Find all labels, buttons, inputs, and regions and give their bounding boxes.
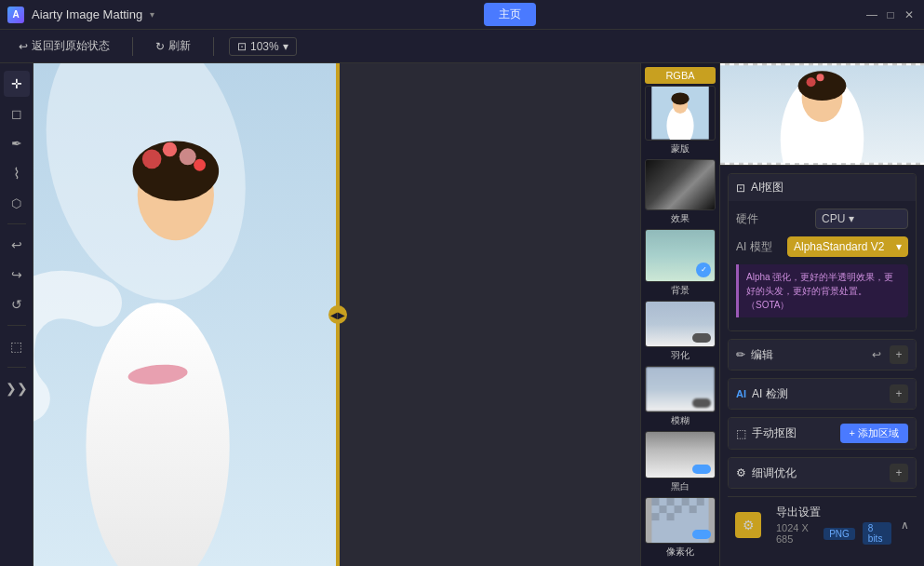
brush-tool[interactable]: ⌇ — [4, 160, 30, 186]
close-button[interactable]: ✕ — [902, 7, 917, 22]
svg-rect-15 — [651, 498, 659, 505]
model-select[interactable]: AlphaStandard V2 ▾ — [787, 236, 908, 257]
redo-tool-2[interactable]: ↺ — [4, 291, 30, 317]
svg-rect-23 — [667, 513, 675, 520]
feather-label: 羽化 — [645, 349, 716, 362]
thumb-pixelate[interactable] — [645, 497, 716, 544]
thumb-original[interactable] — [645, 86, 716, 141]
edit-title-group: ✏ 编辑 — [736, 347, 773, 363]
refine-plus[interactable]: + — [890, 464, 908, 482]
bw-toggle[interactable] — [692, 465, 711, 474]
effects-label: 效果 — [645, 212, 716, 225]
fill-tool[interactable]: ⬡ — [4, 190, 30, 216]
home-button[interactable]: 主页 — [484, 3, 536, 26]
ai-detect-plus[interactable]: + — [890, 384, 908, 403]
svg-point-13 — [671, 92, 689, 104]
feather-toggle[interactable] — [692, 333, 711, 343]
minimize-button[interactable]: — — [864, 7, 879, 22]
tool-sep-3 — [7, 367, 26, 368]
zoom-control[interactable]: ⊡ 103% ▾ — [229, 37, 297, 56]
edit-undo[interactable]: ↩ — [867, 345, 886, 364]
blur-label: 模糊 — [645, 414, 716, 427]
redo-button[interactable]: ↻ 刷新 — [148, 34, 198, 58]
refine-section: ⚙ 细调优化 + — [728, 457, 917, 489]
thumb-blur[interactable] — [645, 366, 716, 412]
edit-icon: ✏ — [736, 348, 745, 361]
ai-matting-header[interactable]: ⊡ AI抠图 — [729, 174, 916, 201]
svg-rect-16 — [667, 498, 675, 505]
svg-point-6 — [163, 142, 177, 156]
redo-icon: ↻ — [155, 40, 165, 53]
hardware-select[interactable]: CPU ▾ — [815, 209, 908, 229]
rgba-button[interactable]: RGBA — [645, 67, 716, 84]
canvas-area[interactable]: ◀▶ — [33, 63, 640, 566]
move-tool[interactable]: ✛ — [4, 71, 30, 97]
ai-detect-section: AI AI 检测 + — [728, 378, 917, 410]
maximize-button[interactable]: □ — [883, 7, 898, 22]
thumb-mask[interactable] — [645, 159, 716, 210]
rect-select-tool[interactable]: ⬚ — [4, 333, 30, 359]
ai-matting-title: AI抠图 — [751, 180, 783, 195]
refine-header[interactable]: ⚙ 细调优化 + — [729, 458, 916, 488]
add-area-button[interactable]: + 添加区域 — [840, 424, 908, 443]
window-controls: — □ ✕ — [864, 7, 917, 22]
edit-header[interactable]: ✏ 编辑 ↩ + — [729, 340, 916, 370]
app-name: Aiarty Image Matting — [32, 7, 142, 21]
manual-matting-section: ⬚ 手动抠图 + 添加区域 — [728, 417, 917, 450]
thumb-bw[interactable] — [645, 431, 716, 478]
app-dropdown-arrow[interactable]: ▾ — [150, 9, 154, 20]
redo-tool[interactable]: ↪ — [4, 262, 30, 288]
svg-point-8 — [194, 159, 206, 171]
thumb-bg[interactable]: ✓ — [645, 229, 716, 282]
edit-plus[interactable]: + — [890, 345, 908, 364]
zoom-level: 103% — [250, 40, 279, 53]
effects-panel: RGBA 蒙版 效果 ✓ 背景 — [640, 63, 719, 566]
ai-detect-title-group: AI AI 检测 — [736, 386, 788, 402]
right-panel: ⊡ AI抠图 硬件 CPU ▾ AI 模型 — [719, 63, 924, 566]
split-handle[interactable]: ◀▶ — [336, 63, 340, 566]
model-dropdown-icon: ▾ — [896, 240, 902, 253]
manual-matting-icon: ⬚ — [736, 427, 746, 440]
svg-rect-19 — [659, 505, 666, 513]
blur-toggle[interactable] — [692, 398, 711, 408]
ai-detect-header[interactable]: AI AI 检测 + — [729, 379, 916, 409]
image-original — [33, 63, 336, 566]
ai-detect-icon: AI — [736, 388, 746, 399]
svg-point-5 — [142, 150, 162, 169]
undo-tool[interactable]: ↩ — [4, 232, 30, 258]
more-tools[interactable]: ❯❯ — [4, 375, 30, 401]
svg-point-29 — [817, 74, 824, 81]
thumb-original-svg — [646, 87, 715, 140]
mask-label: 蒙版 — [645, 142, 716, 155]
svg-rect-18 — [697, 498, 704, 505]
ai-matting-title-group: ⊡ AI抠图 — [736, 180, 783, 195]
reset-icon: ↩ — [19, 40, 28, 53]
export-format: PNG — [824, 528, 855, 540]
ai-matting-icon: ⊡ — [736, 182, 745, 195]
hardware-dropdown-icon: ▾ — [849, 212, 854, 225]
svg-point-28 — [807, 77, 816, 87]
split-handle-circle[interactable]: ◀▶ — [328, 305, 347, 324]
manual-matting-title-group: ⬚ 手动抠图 — [736, 425, 797, 441]
wedding-photo — [33, 63, 336, 566]
manual-matting-header[interactable]: ⬚ 手动抠图 + 添加区域 — [729, 418, 916, 449]
main-toolbar: ↩ 返回到原始状态 ↻ 刷新 ⊡ 103% ▾ — [0, 30, 924, 63]
thumb-feather[interactable] — [645, 301, 716, 347]
hardware-value: CPU — [822, 212, 845, 225]
edit-section: ✏ 编辑 ↩ + — [728, 339, 917, 371]
tool-sep-2 — [7, 325, 26, 326]
eraser-tool[interactable]: ◻ — [4, 101, 30, 127]
preview-svg — [720, 65, 924, 163]
zoom-icon: ⊡ — [237, 40, 247, 53]
export-collapse-button[interactable]: ∧ — [901, 519, 909, 532]
ai-matting-body: 硬件 CPU ▾ AI 模型 AlphaStandard V2 ▾ Alp — [729, 201, 916, 330]
pixelate-toggle[interactable] — [692, 530, 711, 539]
app-logo: A — [7, 7, 24, 23]
reset-button[interactable]: ↩ 返回到原始状态 — [11, 34, 117, 58]
model-value: AlphaStandard V2 — [794, 240, 884, 253]
titlebar: A Aiarty Image Matting ▾ 主页 — □ ✕ — [0, 0, 924, 30]
left-toolbar: ✛ ◻ ✒ ⌇ ⬡ ↩ ↪ ↺ ⬚ ❯❯ — [0, 63, 33, 566]
svg-point-7 — [180, 148, 196, 165]
pen-tool[interactable]: ✒ — [4, 130, 30, 156]
zoom-dropdown[interactable]: ▾ — [283, 40, 288, 53]
